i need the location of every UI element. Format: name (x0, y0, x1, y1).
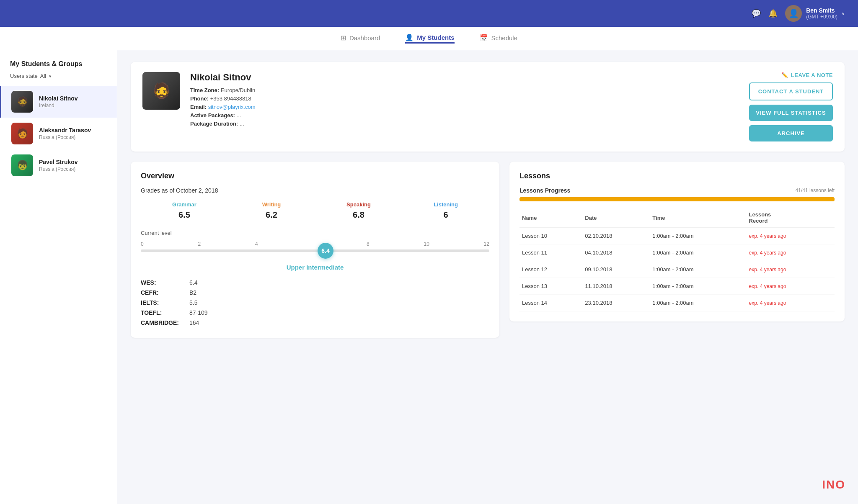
col-record: LessonsRecord (747, 208, 835, 228)
nav-my-students[interactable]: 👤 My Students (405, 33, 454, 44)
lesson-record: exp. 4 years ago (747, 295, 835, 311)
progress-bar-fill (519, 197, 835, 201)
top-bar-icons: 💬 🔔 👤 Ben Smits (GMT +09:00) ∨ (752, 5, 845, 22)
filter-chevron-icon[interactable]: ∨ (49, 74, 52, 78)
student-photo: 🧔 (142, 72, 180, 110)
tick-0: 0 (141, 241, 144, 247)
filter-value[interactable]: All (40, 73, 46, 79)
tick-2: 2 (198, 241, 201, 247)
duration-row: Package Duration: ... (190, 121, 739, 127)
nav-schedule[interactable]: 📅 Schedule (480, 34, 518, 43)
user-menu[interactable]: 👤 Ben Smits (GMT +09:00) ∨ (785, 5, 845, 22)
user-timezone: (GMT +09:00) (806, 14, 837, 20)
student-photo-icon: 🧔 (152, 82, 171, 100)
lessons-title: Lessons (519, 172, 835, 180)
dashboard-icon: ⊞ (341, 34, 346, 42)
lesson-record: exp. 4 years ago (747, 228, 835, 244)
progress-bar-track (519, 197, 835, 201)
phone-label: Phone: (190, 95, 209, 102)
phone-value: +353 894488818 (210, 95, 251, 102)
watermark: INO (822, 478, 845, 491)
cefr-key: CEFR: (141, 289, 183, 296)
score-cefr: CEFR: B2 (141, 288, 489, 298)
lesson-name: Lesson 14 (519, 295, 582, 311)
nav-schedule-label: Schedule (491, 34, 518, 41)
email-link[interactable]: sitnov@playrix.com (208, 104, 256, 110)
speaking-value: 6.8 (315, 210, 402, 220)
grammar-label: Grammar (141, 201, 228, 208)
score-wes: WES: 6.4 (141, 278, 489, 288)
ielts-key: IELTS: (141, 299, 183, 306)
lesson-record: exp. 4 years ago (747, 278, 835, 295)
table-row[interactable]: Lesson 14 23.10.2018 1:00am - 2:00am exp… (519, 295, 835, 311)
grade-listening: Listening 6 (402, 201, 489, 220)
student-name-1: Nikolai Sitnov (39, 95, 78, 102)
table-row[interactable]: Lesson 12 09.10.2018 1:00am - 2:00am exp… (519, 261, 835, 278)
table-row[interactable]: Lesson 13 11.10.2018 1:00am - 2:00am exp… (519, 278, 835, 295)
phone-row: Phone: +353 894488818 (190, 95, 739, 102)
current-level-label: Current level (141, 230, 489, 236)
level-section: Current level 0 2 4 8 10 12 6.4 (141, 230, 489, 271)
email-row: Email: sitnov@playrix.com (190, 104, 739, 110)
lesson-date: 02.10.2018 (582, 228, 650, 244)
grades-grid: Grammar 6.5 Writing 6.2 Speaking 6.8 L (141, 201, 489, 220)
toefl-key: TOEFL: (141, 309, 183, 316)
sidebar-item-nikolai[interactable]: 🧔 Nikolai Sitnov Ireland (0, 86, 117, 118)
progress-header: Lessons Progress 41/41 lessons left (519, 187, 835, 194)
avatar: 👤 (785, 5, 802, 22)
leave-note-button[interactable]: ✏️ LEAVE A NOTE (781, 72, 833, 78)
student-header-card: 🧔 Nikolai Sitnov Time Zone: Europe/Dubli… (131, 62, 845, 152)
lesson-time: 1:00am - 2:00am (650, 261, 746, 278)
col-date: Date (582, 208, 650, 228)
lessons-card: Lessons Lessons Progress 41/41 lessons l… (509, 162, 845, 321)
contact-student-button[interactable]: CONTACT A STUDENT (749, 82, 833, 100)
timezone-row: Time Zone: Europe/Dublin (190, 87, 739, 93)
filter-label: Users state (10, 73, 38, 79)
user-name: Ben Smits (806, 7, 837, 14)
overview-title: Overview (141, 172, 489, 180)
student-actions: ✏️ LEAVE A NOTE CONTACT A STUDENT VIEW F… (749, 72, 833, 141)
level-name: Upper Intermediate (141, 264, 489, 271)
timezone-value: Europe/Dublin (221, 87, 255, 93)
sidebar-filter: Users state All ∨ (0, 73, 117, 86)
nav-dashboard-label: Dashboard (349, 34, 380, 41)
grade-grammar: Grammar 6.5 (141, 201, 228, 220)
bell-icon[interactable]: 🔔 (768, 9, 778, 18)
student-country-1: Ireland (39, 103, 78, 108)
cambridge-value: 164 (189, 319, 199, 326)
archive-button[interactable]: ARCHIVE (749, 125, 833, 141)
lesson-name: Lesson 12 (519, 261, 582, 278)
view-statistics-button[interactable]: VIEW FULL STATISTICS (749, 105, 833, 121)
nav-dashboard[interactable]: ⊞ Dashboard (341, 34, 380, 43)
chat-icon[interactable]: 💬 (752, 9, 761, 18)
sidebar-item-aleksandr[interactable]: 🧑 Aleksandr Tarasov Russia (Россия) (0, 118, 117, 149)
schedule-icon: 📅 (480, 34, 488, 42)
wes-value: 6.4 (189, 279, 197, 286)
chevron-down-icon: ∨ (842, 11, 845, 16)
duration-value: ... (240, 121, 244, 127)
two-column-section: Overview Grades as of October 2, 2018 Gr… (131, 162, 845, 338)
sidebar-item-pavel[interactable]: 👦 Pavel Strukov Russia (Россия) (0, 149, 117, 181)
student-silhouette-3: 👦 (17, 160, 28, 171)
lesson-name: Lesson 13 (519, 278, 582, 295)
writing-label: Writing (228, 201, 315, 208)
progress-title: Lessons Progress (519, 187, 570, 194)
grade-writing: Writing 6.2 (228, 201, 315, 220)
sidebar-title: My Students & Groups (0, 60, 117, 73)
lessons-table: Name Date Time LessonsRecord Lesson 10 0… (519, 208, 835, 311)
student-country-3: Russia (Россия) (39, 166, 78, 172)
duration-label: Package Duration: (190, 121, 238, 127)
grade-speaking: Speaking 6.8 (315, 201, 402, 220)
col-name: Name (519, 208, 582, 228)
table-row[interactable]: Lesson 11 04.10.2018 1:00am - 2:00am exp… (519, 244, 835, 261)
progress-count: 41/41 lessons left (796, 188, 835, 193)
lesson-date: 09.10.2018 (582, 261, 650, 278)
tick-4: 4 (255, 241, 258, 247)
tick-10: 10 (424, 241, 429, 247)
lesson-time: 1:00am - 2:00am (650, 228, 746, 244)
score-ielts: IELTS: 5.5 (141, 298, 489, 308)
table-row[interactable]: Lesson 10 02.10.2018 1:00am - 2:00am exp… (519, 228, 835, 244)
writing-value: 6.2 (228, 210, 315, 220)
level-ticks: 0 2 4 8 10 12 (141, 241, 489, 247)
ielts-value: 5.5 (189, 299, 197, 306)
